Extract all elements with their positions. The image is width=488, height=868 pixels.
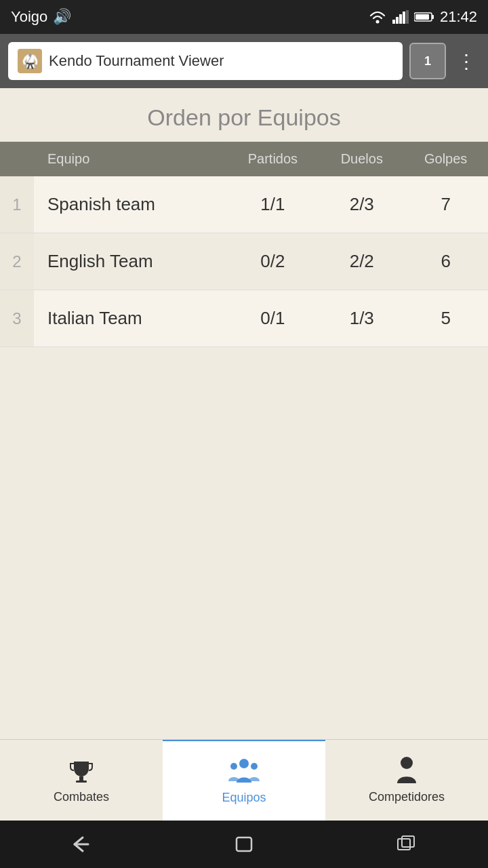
golpes-cell: 5 <box>403 290 488 347</box>
nav-combates[interactable]: Combates <box>0 740 163 821</box>
rank-cell: 3 <box>0 290 34 347</box>
standings-table: Equipo Partidos Duelos Golpes 1 Spanish … <box>0 142 488 347</box>
svg-rect-1 <box>392 20 395 24</box>
browser-bar: 🥋 Kendo Tournament Viewer 1 ⋮ <box>0 34 488 88</box>
col-equipo: Equipo <box>34 142 226 176</box>
col-rank <box>0 142 34 176</box>
duelos-cell: 2/2 <box>320 233 403 290</box>
nav-competidores-label: Competidores <box>369 790 445 804</box>
trophy-icon <box>66 756 96 786</box>
signal-icon <box>392 10 409 24</box>
app-icon: 🥋 <box>18 49 42 73</box>
recents-button[interactable] <box>386 829 427 859</box>
browser-address[interactable]: 🥋 Kendo Tournament Viewer <box>8 42 403 80</box>
svg-rect-15 <box>237 837 251 851</box>
rank-cell: 2 <box>0 233 34 290</box>
table-row[interactable]: 3 Italian Team 0/1 1/3 5 <box>0 290 488 347</box>
partidos-cell: 0/1 <box>226 290 321 347</box>
svg-point-14 <box>401 757 413 769</box>
svg-rect-9 <box>79 776 83 781</box>
svg-rect-16 <box>398 839 410 850</box>
tab-count-label: 1 <box>424 54 431 68</box>
status-left: Yoigo 🔊 <box>11 8 71 26</box>
system-nav <box>0 821 488 868</box>
nav-equipos-label: Equipos <box>222 791 266 805</box>
table-header-row: Equipo Partidos Duelos Golpes <box>0 142 488 176</box>
col-partidos: Partidos <box>226 142 321 176</box>
time-label: 21:42 <box>440 8 477 26</box>
wifi-icon <box>368 10 387 24</box>
table-row[interactable]: 2 English Team 0/2 2/2 6 <box>0 233 488 290</box>
person-icon <box>394 756 419 786</box>
team-name-cell: Italian Team <box>34 290 226 347</box>
svg-rect-10 <box>76 781 87 783</box>
svg-rect-2 <box>396 17 399 24</box>
svg-point-12 <box>230 763 237 770</box>
nav-equipos[interactable]: Equipos <box>163 740 325 821</box>
table-row[interactable]: 1 Spanish team 1/1 2/3 7 <box>0 176 488 233</box>
svg-point-0 <box>375 20 379 24</box>
svg-rect-17 <box>402 836 414 847</box>
svg-point-11 <box>239 759 249 768</box>
duelos-cell: 1/3 <box>320 290 403 347</box>
page-title: Orden por Equipos <box>0 88 488 142</box>
svg-rect-3 <box>399 14 402 24</box>
team-icon <box>227 757 261 787</box>
back-button[interactable] <box>61 829 102 859</box>
nav-competidores[interactable]: Competidores <box>325 740 488 821</box>
home-button[interactable] <box>224 829 264 859</box>
golpes-cell: 6 <box>403 233 488 290</box>
status-right: 21:42 <box>368 8 477 26</box>
team-name-cell: English Team <box>34 233 226 290</box>
browser-menu-button[interactable]: ⋮ <box>453 50 480 73</box>
partidos-cell: 1/1 <box>226 176 321 233</box>
main-content: Orden por Equipos Equipo Partidos Duelos… <box>0 88 488 739</box>
app-title: Kendo Tournament Viewer <box>49 52 224 70</box>
bottom-nav: Combates Equipos Competidores <box>0 739 488 821</box>
duelos-cell: 2/3 <box>320 176 403 233</box>
team-name-cell: Spanish team <box>34 176 226 233</box>
svg-rect-4 <box>403 12 405 24</box>
rank-cell: 1 <box>0 176 34 233</box>
partidos-cell: 0/2 <box>226 233 321 290</box>
nav-combates-label: Combates <box>54 790 109 804</box>
svg-rect-8 <box>415 14 429 20</box>
carrier-label: Yoigo <box>11 8 47 26</box>
col-duelos: Duelos <box>320 142 403 176</box>
tab-count-button[interactable]: 1 <box>409 43 446 79</box>
col-golpes: Golpes <box>403 142 488 176</box>
svg-rect-5 <box>406 10 409 24</box>
sound-icon: 🔊 <box>53 8 71 26</box>
battery-icon <box>414 12 434 22</box>
svg-rect-7 <box>432 15 434 19</box>
svg-point-13 <box>251 763 258 770</box>
status-bar: Yoigo 🔊 21:42 <box>0 0 488 34</box>
golpes-cell: 7 <box>403 176 488 233</box>
